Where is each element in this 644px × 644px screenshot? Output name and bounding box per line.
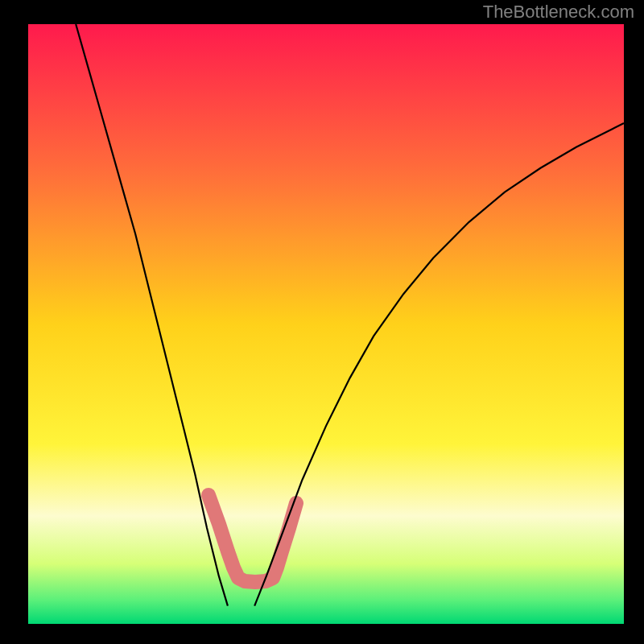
attribution-text: TheBottleneck.com: [483, 2, 634, 23]
chart-frame: { "attribution": "TheBottleneck.com", "c…: [0, 0, 644, 644]
gradient-background: [28, 24, 624, 624]
bottleneck-chart: [0, 0, 644, 644]
